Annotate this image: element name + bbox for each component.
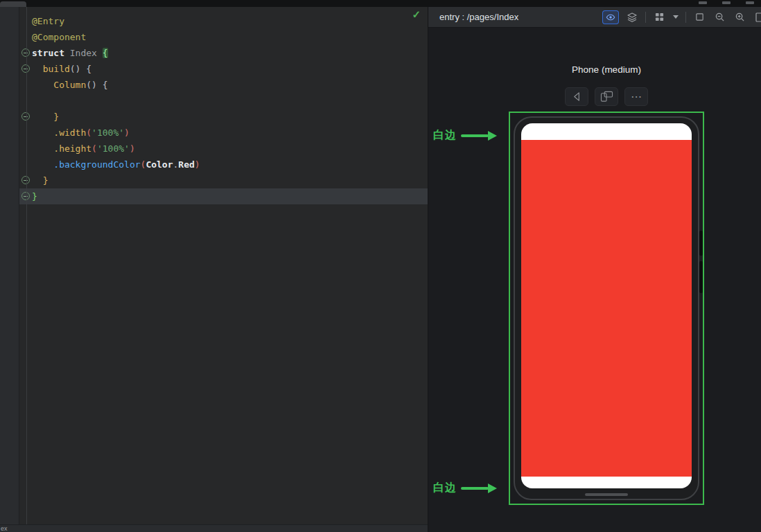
toolbar-separator xyxy=(685,12,686,23)
editor-breadcrumb-bar[interactable]: ex xyxy=(0,524,428,532)
code-line[interactable] xyxy=(19,93,428,109)
code-token[interactable]: Column xyxy=(53,80,86,90)
code-token[interactable]: .height xyxy=(53,143,91,154)
code-token[interactable]: Red xyxy=(178,159,194,170)
code-token[interactable]: '100%' xyxy=(91,127,124,138)
fold-marker-icon[interactable] xyxy=(21,176,30,184)
code-token[interactable] xyxy=(32,112,53,122)
code-token[interactable] xyxy=(32,127,53,138)
code-token[interactable]: Color xyxy=(146,159,173,170)
code-token[interactable]: @Entry xyxy=(32,16,64,26)
grid-view-icon[interactable] xyxy=(652,10,666,24)
editor-tab-sliver[interactable] xyxy=(0,1,26,7)
code-token[interactable]: { xyxy=(103,48,108,58)
code-token[interactable]: } xyxy=(43,175,49,186)
code-token[interactable]: } xyxy=(32,191,37,202)
code-line[interactable]: .width('100%') xyxy=(19,125,428,141)
layers-icon[interactable] xyxy=(625,10,639,24)
code-token[interactable] xyxy=(32,64,43,74)
code-token[interactable] xyxy=(32,159,53,170)
fold-marker-icon[interactable] xyxy=(21,48,30,57)
code-text[interactable]: build() { xyxy=(32,61,91,77)
gutter-cell[interactable] xyxy=(19,29,32,45)
breadcrumb-text[interactable]: ex xyxy=(1,525,8,532)
code-token[interactable]: struct xyxy=(32,48,70,58)
code-token[interactable]: ) xyxy=(130,143,135,154)
code-text[interactable]: } xyxy=(32,172,48,188)
code-token[interactable]: () { xyxy=(86,80,107,90)
code-lines[interactable]: @Entry@Componentstruct Index { build() {… xyxy=(19,7,428,204)
gutter-cell[interactable] xyxy=(19,172,32,188)
code-line[interactable]: } xyxy=(19,109,428,125)
code-token[interactable]: .width xyxy=(53,127,86,138)
code-line[interactable]: } xyxy=(19,188,428,204)
annotation-label: 白边 xyxy=(433,128,457,143)
code-token[interactable]: ) xyxy=(195,159,200,170)
frame-bounds-icon[interactable] xyxy=(692,10,706,24)
code-text[interactable]: } xyxy=(32,188,37,204)
code-token[interactable] xyxy=(32,80,53,90)
more-options-button[interactable]: ⋯ xyxy=(624,87,648,106)
code-token[interactable]: } xyxy=(53,112,59,122)
code-text[interactable]: @Component xyxy=(32,29,86,45)
code-text[interactable]: } xyxy=(32,109,59,125)
code-line[interactable]: @Entry xyxy=(19,13,428,29)
fold-marker-icon[interactable] xyxy=(21,64,30,73)
gutter-cell[interactable] xyxy=(19,157,32,172)
gutter-cell[interactable] xyxy=(19,13,32,29)
code-token[interactable]: build xyxy=(43,64,70,74)
code-line[interactable]: @Component xyxy=(19,29,428,45)
inspect-mode-icon[interactable] xyxy=(602,10,619,24)
code-token[interactable]: ( xyxy=(86,127,91,138)
zoom-in-icon[interactable] xyxy=(733,10,746,24)
fold-marker-icon[interactable] xyxy=(21,112,30,121)
code-token[interactable]: .backgroundColor xyxy=(53,159,140,170)
code-token[interactable]: @Component xyxy=(32,32,86,42)
code-text[interactable]: .width('100%') xyxy=(32,125,130,141)
code-text[interactable]: .backgroundColor(Color.Red) xyxy=(32,157,200,172)
previewer-canvas[interactable]: Phone (medium) ⋯ xyxy=(428,28,761,532)
code-line[interactable]: Column() { xyxy=(19,77,428,93)
page-icon[interactable] xyxy=(753,10,761,24)
code-line[interactable]: } xyxy=(19,172,428,188)
zoom-out-icon[interactable] xyxy=(712,10,726,24)
code-line[interactable]: .backgroundColor(Color.Red) xyxy=(19,157,428,172)
toolbar-separator xyxy=(645,12,646,23)
gutter-cell[interactable] xyxy=(19,125,32,141)
gutter-separator-line xyxy=(26,7,27,524)
code-text[interactable]: Column() { xyxy=(32,77,108,93)
window-control-icon[interactable] xyxy=(722,1,731,4)
code-token[interactable]: () { xyxy=(70,64,91,74)
back-button[interactable] xyxy=(565,87,588,106)
window-control-icon[interactable] xyxy=(699,1,707,4)
phone-screen[interactable] xyxy=(521,123,692,488)
code-line[interactable]: build() { xyxy=(19,61,428,77)
gutter-cell[interactable] xyxy=(19,61,32,77)
code-text[interactable]: .height('100%') xyxy=(32,141,135,157)
inspection-ok-check-icon[interactable]: ✓ xyxy=(412,8,421,21)
fold-marker-icon[interactable] xyxy=(21,192,30,200)
code-token[interactable]: ( xyxy=(91,143,97,154)
code-editor[interactable]: @Entry@Componentstruct Index { build() {… xyxy=(19,7,428,524)
gutter-cell[interactable] xyxy=(19,188,32,204)
gutter-cell[interactable] xyxy=(19,141,32,157)
code-line[interactable]: struct Index { xyxy=(19,45,428,61)
code-token[interactable]: ) xyxy=(124,127,130,138)
code-token[interactable] xyxy=(32,143,53,154)
gutter-cell[interactable] xyxy=(19,109,32,125)
code-token[interactable] xyxy=(32,175,43,186)
code-token[interactable]: Index xyxy=(70,48,103,58)
tool-window-stripe[interactable] xyxy=(0,7,19,524)
red-column-background[interactable] xyxy=(521,140,692,477)
gutter-cell[interactable] xyxy=(19,77,32,93)
rotate-device-button[interactable] xyxy=(595,87,618,106)
code-line[interactable]: .height('100%') xyxy=(19,141,428,157)
window-control-icon[interactable] xyxy=(746,1,754,4)
gutter-cell[interactable] xyxy=(19,45,32,61)
code-text[interactable]: @Entry xyxy=(32,13,64,29)
window-controls[interactable] xyxy=(699,1,754,4)
code-token[interactable]: '100%' xyxy=(97,143,130,154)
gutter-cell[interactable] xyxy=(19,93,32,109)
chevron-down-icon[interactable] xyxy=(672,10,679,24)
code-text[interactable]: struct Index { xyxy=(32,45,108,61)
